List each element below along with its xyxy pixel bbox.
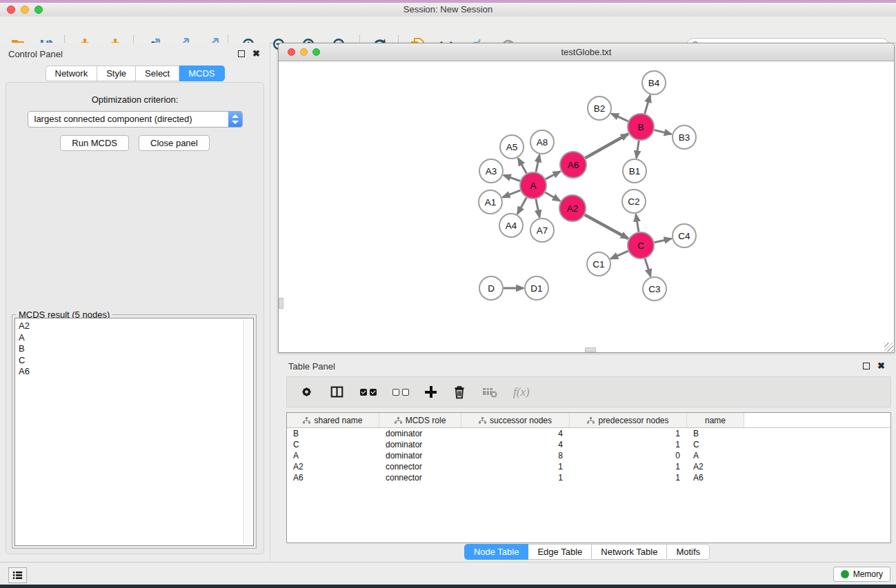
table-row[interactable]: Cdominator41C	[287, 439, 890, 450]
column-header-name[interactable]: name	[687, 413, 744, 427]
minimize-window-button[interactable]	[21, 6, 29, 14]
edge-A-A1[interactable]	[503, 190, 521, 197]
edge-A-A4[interactable]	[517, 198, 526, 214]
node-C4[interactable]: C4	[673, 224, 696, 247]
zoom-window-button[interactable]	[34, 6, 43, 14]
mcds-result-item[interactable]: C	[15, 355, 253, 367]
close-panel-button[interactable]: Close panel	[139, 135, 210, 151]
close-panel-icon[interactable]: ✖	[252, 50, 260, 58]
node-D[interactable]: D	[479, 276, 503, 300]
list-icon	[12, 571, 23, 580]
edge-A-A3[interactable]	[504, 175, 520, 181]
edge-B-B2[interactable]	[611, 114, 628, 121]
network-window-titlebar[interactable]: testGlobe.txt	[279, 43, 894, 61]
node-C1[interactable]: C1	[587, 252, 610, 276]
node-A3[interactable]: A3	[479, 159, 503, 183]
memory-button[interactable]: Memory	[833, 567, 890, 582]
table-cell: dominator	[379, 451, 461, 460]
table-cell: dominator	[379, 440, 461, 449]
node-C2[interactable]: C2	[622, 190, 646, 213]
edge-A6-B[interactable]	[585, 134, 628, 158]
result-list-scrollbar[interactable]	[243, 319, 252, 545]
column-header-successor-nodes[interactable]: successor nodes	[461, 413, 570, 427]
tab-edge-table[interactable]: Edge Table	[528, 544, 592, 560]
table-panel: Table Panel ✖ f(x)	[278, 355, 896, 562]
mcds-result-item[interactable]: A6	[15, 366, 253, 378]
network-canvas[interactable]: B4B2BB3A8A5A6A3B1AC2A1A2A4A7C4CC1C3DD1	[279, 61, 894, 352]
node-A6[interactable]: A6	[560, 152, 586, 178]
run-mcds-button[interactable]: Run MCDS	[60, 135, 129, 151]
tab-mcds[interactable]: MCDS	[179, 65, 224, 81]
edge-A-A7[interactable]	[536, 199, 539, 218]
edge-C-C3[interactable]	[645, 258, 650, 276]
tab-node-table[interactable]: Node Table	[464, 544, 529, 560]
node-B[interactable]: B	[628, 114, 654, 140]
table-row[interactable]: A2connector11A2	[287, 461, 890, 472]
close-window-button[interactable]	[7, 6, 15, 14]
tab-style[interactable]: Style	[97, 65, 136, 81]
window-resize-grip[interactable]	[884, 343, 893, 352]
delete-columns-button[interactable]	[452, 385, 466, 400]
node-A5[interactable]: A5	[500, 135, 524, 159]
edge-A-A2[interactable]	[545, 192, 560, 201]
node-C[interactable]: C	[628, 232, 654, 258]
node-A[interactable]: A	[520, 172, 546, 199]
deselect-all-rows-button[interactable]	[392, 389, 409, 396]
column-layout-button[interactable]	[330, 385, 344, 398]
node-B4[interactable]: B4	[642, 71, 666, 94]
column-header-predecessor-nodes[interactable]: predecessor nodes	[570, 413, 687, 427]
minimize-network-window-button[interactable]	[300, 48, 308, 56]
delete-table-button[interactable]	[482, 385, 497, 399]
table-panel-title: Table Panel	[288, 361, 335, 372]
close-panel-icon[interactable]: ✖	[877, 362, 885, 370]
column-header-shared-name[interactable]: shared name	[287, 413, 379, 427]
column-header-MCDS-role[interactable]: MCDS role	[379, 413, 461, 427]
network-horizontal-scroll-hint[interactable]	[585, 347, 596, 352]
node-label: C3	[648, 284, 660, 294]
node-A1[interactable]: A1	[479, 190, 502, 214]
table-settings-button[interactable]	[299, 385, 314, 399]
mcds-result-item[interactable]: A2	[15, 321, 253, 332]
zoom-network-window-button[interactable]	[312, 48, 320, 56]
network-vertical-scroll-hint[interactable]	[279, 298, 283, 309]
edge-C-C1[interactable]	[610, 251, 628, 258]
edge-B-B1[interactable]	[637, 141, 639, 158]
unchecked-box-icon	[392, 389, 399, 396]
node-A8[interactable]: A8	[530, 130, 554, 154]
show-task-history-button[interactable]	[8, 567, 27, 583]
table-row[interactable]: A6connector11A6	[287, 472, 890, 483]
node-B1[interactable]: B1	[623, 159, 646, 183]
table-cell: A	[687, 451, 744, 460]
add-column-button[interactable]	[425, 386, 437, 398]
function-builder-button[interactable]: f(x)	[513, 385, 530, 399]
edge-A-A8[interactable]	[536, 155, 539, 172]
node-A7[interactable]: A7	[530, 219, 554, 242]
tab-motifs[interactable]: Motifs	[667, 544, 710, 560]
table-row[interactable]: Bdominator41B	[287, 428, 890, 439]
mcds-result-item[interactable]: B	[15, 343, 253, 355]
edge-A-A5[interactable]	[518, 159, 526, 174]
table-row[interactable]: Adominator80A	[287, 450, 890, 461]
criterion-dropdown[interactable]: largest connected component (directed)	[28, 111, 243, 128]
mcds-result-item[interactable]: A	[15, 332, 253, 344]
float-panel-icon[interactable]	[238, 50, 245, 57]
node-C3[interactable]: C3	[643, 277, 666, 301]
edge-C-C2[interactable]	[636, 214, 639, 232]
close-network-window-button[interactable]	[288, 48, 295, 56]
node-B3[interactable]: B3	[673, 125, 696, 149]
edge-A2-C[interactable]	[585, 215, 628, 239]
node-A2[interactable]: A2	[559, 195, 586, 221]
edge-A-A6[interactable]	[546, 172, 561, 179]
table-header-row: shared nameMCDS rolesuccessor nodesprede…	[287, 413, 890, 428]
tab-network-table[interactable]: Network Table	[592, 544, 667, 560]
select-all-rows-button[interactable]	[360, 389, 377, 396]
tab-select[interactable]: Select	[136, 65, 179, 81]
node-A4[interactable]: A4	[499, 214, 523, 237]
float-panel-icon[interactable]	[863, 363, 870, 369]
node-D1[interactable]: D1	[525, 276, 548, 300]
node-B2[interactable]: B2	[588, 97, 611, 120]
tab-network[interactable]: Network	[45, 65, 97, 81]
edge-B-B3[interactable]	[654, 130, 671, 134]
edge-C-C4[interactable]	[655, 239, 672, 243]
edge-B-B4[interactable]	[645, 95, 650, 114]
